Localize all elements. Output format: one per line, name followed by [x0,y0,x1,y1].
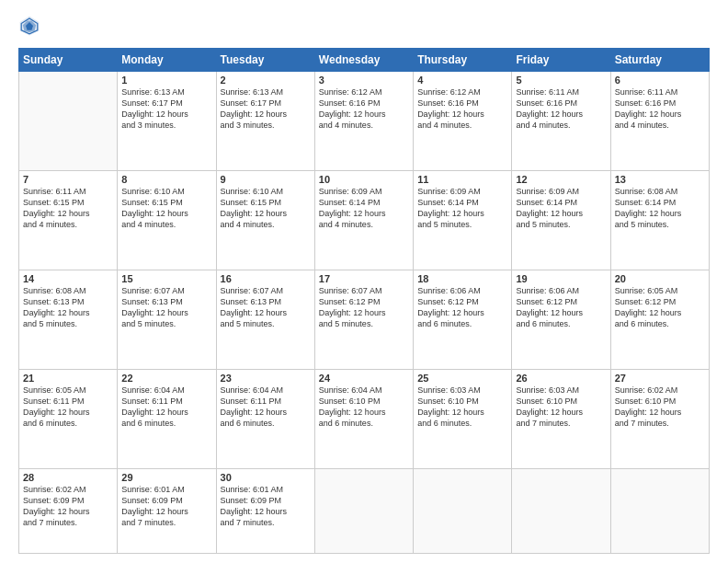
day-number: 21 [23,373,113,384]
day-number: 2 [221,75,311,86]
calendar-cell: 30Sunrise: 6:01 AM Sunset: 6:09 PM Dayli… [216,468,314,554]
cell-info: Sunrise: 6:12 AM Sunset: 6:16 PM Dayligh… [417,86,507,132]
day-number: 13 [615,174,705,185]
day-number: 4 [417,75,507,86]
day-number: 11 [417,174,507,185]
cell-info: Sunrise: 6:12 AM Sunset: 6:16 PM Dayligh… [319,86,409,132]
week-row-2: 7Sunrise: 6:11 AM Sunset: 6:15 PM Daylig… [19,170,710,270]
calendar-cell [314,468,413,554]
cell-info: Sunrise: 6:06 AM Sunset: 6:12 PM Dayligh… [516,285,606,330]
day-number: 3 [319,75,409,86]
calendar-cell [19,72,118,171]
cell-info: Sunrise: 6:04 AM Sunset: 6:11 PM Dayligh… [221,385,311,430]
calendar-cell: 14Sunrise: 6:08 AM Sunset: 6:13 PM Dayli… [19,270,118,369]
day-number: 20 [615,273,705,284]
cell-info: Sunrise: 6:06 AM Sunset: 6:12 PM Dayligh… [417,285,507,330]
header [18,17,710,39]
day-number: 24 [319,373,409,384]
cell-info: Sunrise: 6:03 AM Sunset: 6:10 PM Dayligh… [516,385,606,430]
calendar-cell: 4Sunrise: 6:12 AM Sunset: 6:16 PM Daylig… [414,72,512,171]
page: SundayMondayTuesdayWednesdayThursdayFrid… [0,0,728,563]
col-header-saturday: Saturday [610,49,709,72]
day-number: 18 [417,273,507,284]
cell-info: Sunrise: 6:09 AM Sunset: 6:14 PM Dayligh… [417,186,507,231]
calendar-cell [414,468,512,554]
day-number: 19 [516,273,606,284]
day-number: 23 [221,373,311,384]
calendar-cell: 5Sunrise: 6:11 AM Sunset: 6:16 PM Daylig… [512,72,610,171]
week-row-1: 1Sunrise: 6:13 AM Sunset: 6:17 PM Daylig… [19,72,710,171]
calendar-cell: 2Sunrise: 6:13 AM Sunset: 6:17 PM Daylig… [216,72,314,171]
calendar-cell: 23Sunrise: 6:04 AM Sunset: 6:11 PM Dayli… [216,369,314,468]
cell-info: Sunrise: 6:13 AM Sunset: 6:17 PM Dayligh… [221,86,311,132]
col-header-sunday: Sunday [19,49,118,72]
cell-info: Sunrise: 6:04 AM Sunset: 6:10 PM Dayligh… [319,385,409,430]
col-header-thursday: Thursday [414,49,512,72]
col-header-friday: Friday [512,49,610,72]
day-number: 28 [23,472,113,483]
calendar-cell [610,468,709,554]
calendar-cell: 28Sunrise: 6:02 AM Sunset: 6:09 PM Dayli… [19,468,118,554]
col-header-monday: Monday [118,49,216,72]
calendar-cell: 27Sunrise: 6:02 AM Sunset: 6:10 PM Dayli… [610,369,709,468]
calendar-cell [512,468,610,554]
calendar-cell: 9Sunrise: 6:10 AM Sunset: 6:15 PM Daylig… [216,170,314,270]
calendar-cell: 7Sunrise: 6:11 AM Sunset: 6:15 PM Daylig… [19,170,118,270]
cell-info: Sunrise: 6:07 AM Sunset: 6:13 PM Dayligh… [221,285,311,330]
day-number: 29 [121,472,211,483]
calendar-cell: 13Sunrise: 6:08 AM Sunset: 6:14 PM Dayli… [610,170,709,270]
cell-info: Sunrise: 6:10 AM Sunset: 6:15 PM Dayligh… [221,186,311,231]
col-header-wednesday: Wednesday [314,49,413,72]
day-number: 26 [516,373,606,384]
day-number: 6 [615,75,705,86]
day-number: 30 [221,472,311,483]
calendar-cell: 6Sunrise: 6:11 AM Sunset: 6:16 PM Daylig… [610,72,709,171]
cell-info: Sunrise: 6:11 AM Sunset: 6:16 PM Dayligh… [516,86,606,132]
week-row-3: 14Sunrise: 6:08 AM Sunset: 6:13 PM Dayli… [19,270,710,369]
cell-info: Sunrise: 6:05 AM Sunset: 6:12 PM Dayligh… [615,285,705,330]
cell-info: Sunrise: 6:09 AM Sunset: 6:14 PM Dayligh… [516,186,606,231]
cell-info: Sunrise: 6:05 AM Sunset: 6:11 PM Dayligh… [23,385,113,430]
cell-info: Sunrise: 6:02 AM Sunset: 6:10 PM Dayligh… [615,385,705,430]
calendar-cell: 18Sunrise: 6:06 AM Sunset: 6:12 PM Dayli… [414,270,512,369]
day-number: 16 [221,273,311,284]
cell-info: Sunrise: 6:11 AM Sunset: 6:16 PM Dayligh… [615,86,705,132]
cell-info: Sunrise: 6:09 AM Sunset: 6:14 PM Dayligh… [319,186,409,231]
cell-info: Sunrise: 6:07 AM Sunset: 6:12 PM Dayligh… [319,285,409,330]
calendar-cell: 19Sunrise: 6:06 AM Sunset: 6:12 PM Dayli… [512,270,610,369]
cell-info: Sunrise: 6:10 AM Sunset: 6:15 PM Dayligh… [121,186,211,231]
cell-info: Sunrise: 6:11 AM Sunset: 6:15 PM Dayligh… [23,186,113,231]
day-number: 1 [121,75,211,86]
cell-info: Sunrise: 6:08 AM Sunset: 6:14 PM Dayligh… [615,186,705,231]
calendar-cell: 17Sunrise: 6:07 AM Sunset: 6:12 PM Dayli… [314,270,413,369]
day-number: 15 [121,273,211,284]
day-number: 10 [319,174,409,185]
cell-info: Sunrise: 6:13 AM Sunset: 6:17 PM Dayligh… [121,86,211,132]
day-number: 9 [221,174,311,185]
cell-info: Sunrise: 6:02 AM Sunset: 6:09 PM Dayligh… [23,484,113,529]
calendar-cell: 11Sunrise: 6:09 AM Sunset: 6:14 PM Dayli… [414,170,512,270]
day-number: 14 [23,273,113,284]
calendar-cell: 3Sunrise: 6:12 AM Sunset: 6:16 PM Daylig… [314,72,413,171]
calendar-cell: 1Sunrise: 6:13 AM Sunset: 6:17 PM Daylig… [118,72,216,171]
calendar-header-row: SundayMondayTuesdayWednesdayThursdayFrid… [19,49,710,72]
cell-info: Sunrise: 6:03 AM Sunset: 6:10 PM Dayligh… [417,385,507,430]
calendar-table: SundayMondayTuesdayWednesdayThursdayFrid… [18,48,710,554]
day-number: 5 [516,75,606,86]
calendar-cell: 26Sunrise: 6:03 AM Sunset: 6:10 PM Dayli… [512,369,610,468]
calendar-cell: 15Sunrise: 6:07 AM Sunset: 6:13 PM Dayli… [118,270,216,369]
calendar-cell: 29Sunrise: 6:01 AM Sunset: 6:09 PM Dayli… [118,468,216,554]
calendar-cell: 24Sunrise: 6:04 AM Sunset: 6:10 PM Dayli… [314,369,413,468]
day-number: 22 [121,373,211,384]
calendar-cell: 12Sunrise: 6:09 AM Sunset: 6:14 PM Dayli… [512,170,610,270]
week-row-4: 21Sunrise: 6:05 AM Sunset: 6:11 PM Dayli… [19,369,710,468]
calendar-cell: 8Sunrise: 6:10 AM Sunset: 6:15 PM Daylig… [118,170,216,270]
week-row-5: 28Sunrise: 6:02 AM Sunset: 6:09 PM Dayli… [19,468,710,554]
calendar-cell: 16Sunrise: 6:07 AM Sunset: 6:13 PM Dayli… [216,270,314,369]
day-number: 25 [417,373,507,384]
day-number: 27 [615,373,705,384]
cell-info: Sunrise: 6:04 AM Sunset: 6:11 PM Dayligh… [121,385,211,430]
cell-info: Sunrise: 6:01 AM Sunset: 6:09 PM Dayligh… [121,484,211,529]
logo-icon [18,15,40,37]
calendar-cell: 10Sunrise: 6:09 AM Sunset: 6:14 PM Dayli… [314,170,413,270]
